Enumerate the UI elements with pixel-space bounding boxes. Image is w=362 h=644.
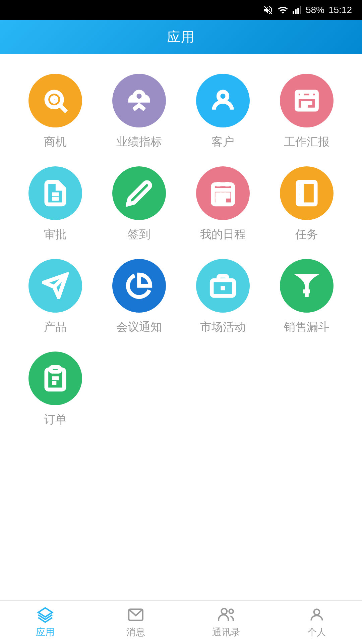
app-item-shenpi[interactable]: 审批 (17, 166, 94, 242)
app-item-gongzuo[interactable]: 工作汇报 (268, 74, 345, 150)
nav-label-contacts: 通讯录 (212, 626, 240, 639)
app-icon-kehu (196, 74, 250, 127)
svg-rect-24 (226, 194, 229, 197)
app-item-kehu[interactable]: 客户 (184, 74, 261, 150)
app-icon-xiaoshou (280, 259, 334, 313)
svg-point-45 (221, 608, 227, 614)
bottom-nav: 应用 消息 通讯录 个人 (0, 600, 362, 644)
svg-point-46 (229, 609, 233, 613)
app-item-dingdan[interactable]: 订单 (17, 352, 94, 427)
svg-rect-22 (217, 194, 220, 197)
app-item-renwu[interactable]: 任务 (268, 166, 345, 242)
app-label-shangji: 商机 (44, 134, 67, 150)
app-item-shangji[interactable]: 商机 (17, 74, 94, 150)
svg-rect-26 (222, 199, 224, 201)
svg-point-47 (314, 609, 320, 615)
app-icon-gongzuo (280, 74, 334, 127)
svg-point-9 (219, 92, 228, 101)
app-label-yeji: 业绩指标 (116, 134, 162, 150)
nav-label-messages: 消息 (126, 626, 145, 639)
app-icon-richeng (196, 166, 250, 220)
time-text: 15:12 (328, 5, 352, 15)
app-item-yeji[interactable]: 业绩指标 (101, 74, 178, 150)
nav-label-profile: 个人 (307, 626, 326, 639)
mail-icon (127, 606, 144, 623)
app-icon-shichang (196, 259, 250, 313)
nav-item-contacts[interactable]: 通讯录 (181, 606, 272, 639)
app-icon-shangji (28, 74, 82, 127)
app-item-richeng[interactable]: 我的日程 (184, 166, 261, 242)
users-icon (218, 606, 235, 623)
nav-item-profile[interactable]: 个人 (272, 606, 362, 639)
svg-line-5 (60, 106, 66, 112)
nav-item-apps[interactable]: 应用 (0, 606, 90, 639)
app-icon-renwu (280, 166, 334, 220)
app-icon-chanpin (28, 259, 82, 313)
svg-rect-2 (297, 8, 299, 14)
svg-rect-1 (295, 9, 297, 14)
svg-point-39 (306, 279, 308, 281)
app-label-kehu: 客户 (212, 134, 234, 150)
app-item-huiyi[interactable]: 会议通知 (101, 259, 178, 335)
wifi-icon (278, 5, 288, 15)
nav-label-apps: 应用 (36, 626, 55, 639)
status-bar: 58% 15:12 (0, 0, 362, 20)
status-icons: 58% 15:12 (263, 5, 352, 15)
main-content: 商机 业绩指标 客户 工作汇报 审批 (0, 54, 362, 600)
app-label-qiandao: 签到 (128, 227, 150, 242)
header-title: 应用 (167, 28, 195, 46)
app-item-qiandao[interactable]: 签到 (101, 166, 178, 242)
app-label-xiaoshou: 销售漏斗 (284, 319, 329, 335)
app-label-huiyi: 会议通知 (116, 319, 162, 335)
app-label-dingdan: 订单 (44, 412, 67, 427)
app-label-chanpin: 产品 (44, 319, 67, 335)
app-label-gongzuo: 工作汇报 (284, 134, 329, 150)
app-icon-dingdan (28, 352, 82, 405)
app-label-shenpi: 审批 (44, 227, 67, 242)
person-icon (308, 606, 325, 623)
svg-point-6 (52, 97, 56, 102)
app-item-chanpin[interactable]: 产品 (17, 259, 94, 335)
app-item-shichang[interactable]: 市场活动 (184, 259, 261, 335)
app-grid: 商机 业绩指标 客户 工作汇报 审批 (7, 67, 355, 434)
layers-icon (37, 606, 54, 623)
app-header: 应用 (0, 20, 362, 54)
svg-point-4 (46, 92, 62, 107)
app-label-renwu: 任务 (295, 227, 318, 242)
app-icon-huiyi (112, 259, 166, 313)
svg-rect-23 (222, 194, 224, 197)
nav-item-messages[interactable]: 消息 (90, 606, 181, 639)
app-icon-shenpi (28, 166, 82, 220)
svg-rect-0 (293, 11, 294, 14)
signal-icon (292, 5, 302, 15)
app-label-shichang: 市场活动 (200, 319, 246, 335)
app-item-xiaoshou[interactable]: 销售漏斗 (268, 259, 345, 335)
app-icon-yeji (112, 74, 166, 127)
mute-icon (263, 5, 274, 15)
svg-rect-40 (51, 367, 60, 372)
svg-rect-25 (217, 199, 220, 201)
svg-rect-3 (300, 6, 301, 14)
battery-text: 58% (306, 5, 324, 15)
app-label-richeng: 我的日程 (200, 227, 246, 242)
app-icon-qiandao (112, 166, 166, 220)
